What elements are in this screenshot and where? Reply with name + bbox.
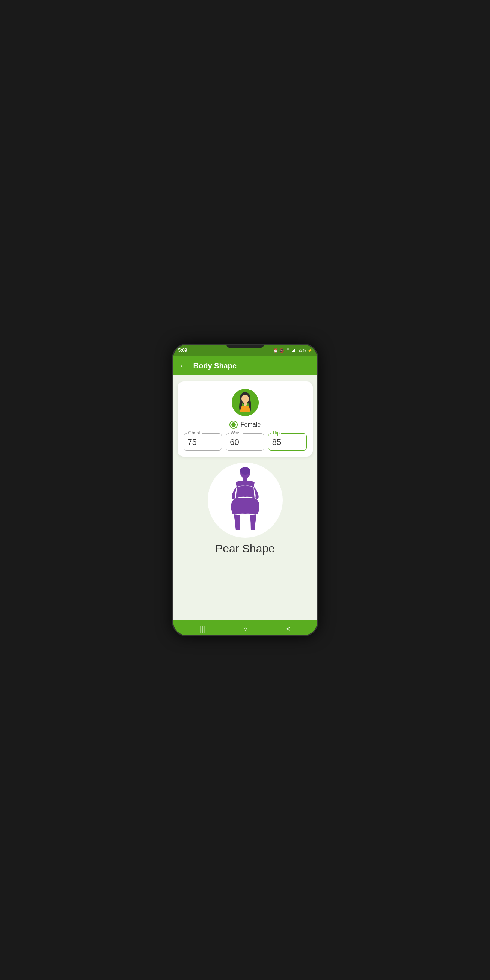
hip-field[interactable]: Hip 85 <box>268 433 307 450</box>
battery-text: 92% <box>298 348 305 353</box>
measurements-row: Chest 75 Waist 60 Hip 85 <box>184 433 307 450</box>
alarm-icon: ⏰ <box>274 348 278 353</box>
mute-icon: 🔇 <box>279 348 284 353</box>
radio-inner <box>231 422 236 427</box>
chest-label: Chest <box>187 430 202 436</box>
back-button[interactable]: ← <box>179 361 187 370</box>
svg-rect-0 <box>292 351 293 352</box>
hip-label: Hip <box>272 430 281 436</box>
info-card: Female Chest 75 Waist 60 Hip 85 <box>178 382 313 457</box>
svg-rect-2 <box>294 349 295 352</box>
page-title: Body Shape <box>193 361 237 370</box>
hip-value: 85 <box>272 438 281 447</box>
wifi-icon <box>285 348 291 353</box>
body-shape-result: Pear Shape <box>178 463 313 555</box>
status-icons: ⏰ 🔇 92% ⚡ <box>274 348 312 353</box>
svg-rect-1 <box>293 350 294 352</box>
signal-icon <box>292 348 297 353</box>
body-silhouette-circle <box>208 463 283 538</box>
waist-value: 60 <box>230 438 239 447</box>
notch <box>226 345 264 348</box>
app-header: ← Body Shape <box>173 356 317 375</box>
recent-apps-button[interactable]: ||| <box>192 622 213 636</box>
waist-label: Waist <box>229 430 243 436</box>
battery-icon: ⚡ <box>307 348 312 353</box>
svg-point-9 <box>240 467 250 475</box>
chest-field[interactable]: Chest 75 <box>184 433 222 450</box>
radio-female[interactable] <box>229 420 238 429</box>
home-button[interactable]: ○ <box>236 622 255 636</box>
svg-rect-10 <box>243 477 247 481</box>
bottom-nav: ||| ○ < <box>173 620 317 636</box>
phone-frame: 5:09 ⏰ 🔇 92% ⚡ <box>172 344 318 636</box>
svg-rect-3 <box>296 348 296 352</box>
svg-rect-7 <box>244 402 247 406</box>
status-time: 5:09 <box>178 348 187 353</box>
gender-selector[interactable]: Female <box>229 420 261 429</box>
back-nav-button[interactable]: < <box>279 622 298 636</box>
waist-field[interactable]: Waist 60 <box>226 433 264 450</box>
shape-name: Pear Shape <box>215 542 274 555</box>
svg-point-6 <box>242 395 249 403</box>
avatar <box>232 389 259 416</box>
chest-value: 75 <box>188 438 197 447</box>
gender-label: Female <box>241 421 261 428</box>
main-content: Female Chest 75 Waist 60 Hip 85 <box>173 375 317 620</box>
